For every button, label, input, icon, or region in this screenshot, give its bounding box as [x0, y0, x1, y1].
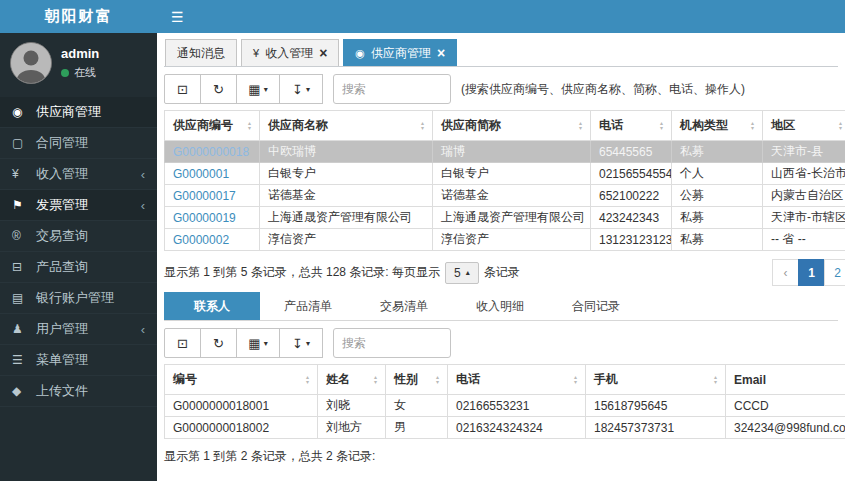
supplier-id-link[interactable]: G00000017 — [173, 189, 236, 203]
page-size-select[interactable]: 5 ▴ — [445, 262, 479, 284]
column-header-name[interactable]: 姓名▴▾ — [318, 365, 386, 395]
chevron-left-icon: ‹ — [141, 322, 145, 337]
column-header-org-type[interactable]: 机构类型▴▾ — [672, 111, 763, 141]
tab-transactions[interactable]: 交易清单 — [356, 292, 452, 320]
menu-toggle-button[interactable]: ☰ — [171, 9, 184, 25]
search-hint: (搜索供应商编号、供应商名称、简称、电话、操作人) — [461, 81, 745, 98]
cell: 中欧瑞博 — [260, 141, 433, 163]
sidebar-item-upload-file[interactable]: ◆ 上传文件 — [0, 376, 157, 407]
supplier-search-input[interactable] — [333, 74, 451, 104]
sidebar-item-product-query[interactable]: ⊟ 产品查询 — [0, 252, 157, 283]
close-icon[interactable]: × — [437, 47, 445, 59]
table-row[interactable]: G0000002 淳信资产 淳信资产 13123123123 私募 -- 省 -… — [165, 229, 845, 251]
columns-button[interactable]: ▦ ▾ — [236, 74, 280, 104]
page-button-1[interactable]: 1 — [798, 259, 825, 286]
user-status: 在线 — [61, 65, 99, 80]
supplier-id-link[interactable]: G0000002 — [173, 233, 229, 247]
cell: 女 — [386, 395, 448, 417]
column-header-supplier-short-name[interactable]: 供应商简称▴▾ — [433, 111, 591, 141]
top-navbar: ☰ — [157, 0, 845, 33]
sidebar-item-menu-mgmt[interactable]: ☰ 菜单管理 — [0, 345, 157, 376]
cell: 423242343 — [591, 207, 672, 229]
cell: 15618795645 — [586, 395, 726, 417]
user-status-label: 在线 — [74, 65, 96, 80]
tab-income-detail[interactable]: 收入明细 — [452, 292, 548, 320]
cell: G0000000018001 — [165, 395, 318, 417]
table-row[interactable]: G0000000018 中欧瑞博 瑞博 65445565 私募 天津市-县 ad… — [165, 141, 845, 163]
export-button[interactable]: ↧ ▾ — [279, 74, 323, 104]
export-button[interactable]: ↧ ▾ — [279, 328, 323, 358]
table-row[interactable]: G00000017 诺德基金 诺德基金 652100222 公募 内蒙古自治区 … — [165, 185, 845, 207]
summary-prefix: 显示第 1 到第 5 条记录，总共 128 条记录: 每页显示 — [164, 264, 440, 281]
sidebar-item-user-mgmt[interactable]: ♟ 用户管理 ‹ — [0, 314, 157, 345]
tab-notifications[interactable]: 通知消息 — [165, 39, 237, 66]
table-row[interactable]: G0000000018001 刘晓 女 02166553231 15618795… — [165, 395, 845, 417]
prev-page-button[interactable]: ‹ — [772, 259, 799, 286]
cell: CCCD — [726, 395, 845, 417]
app-logo[interactable]: 朝阳财富 — [0, 0, 157, 33]
cell: 白银专户 — [260, 163, 433, 185]
contact-search-input[interactable] — [333, 328, 451, 358]
chevron-down-icon: ▾ — [306, 339, 310, 348]
table-row[interactable]: G0000001 白银专户 白银专户 02156554554 个人 山西省-长治… — [165, 163, 845, 185]
close-icon[interactable]: × — [319, 47, 327, 59]
supplier-id-link[interactable]: G00000019 — [173, 211, 236, 225]
chevron-down-icon: ▾ — [306, 85, 310, 94]
sort-icon: ▴▾ — [248, 121, 251, 131]
column-header-mobile[interactable]: 手机▴▾ — [586, 365, 726, 395]
supplier-id-link[interactable]: G0000000018 — [173, 145, 249, 159]
sidebar-item-label: 用户管理 — [36, 320, 88, 338]
refresh-button[interactable]: ↻ — [200, 74, 237, 104]
sidebar: 朝阳财富 admin 在线 ◉ 供应商管理 — [0, 0, 157, 481]
toggle-view-button[interactable]: ⊡ — [164, 328, 201, 358]
contact-toolbar: ⊡ ↻ ▦ ▾ ↧ ▾ — [164, 328, 838, 358]
cell: 淳信资产 — [433, 229, 591, 251]
sidebar-item-income-mgmt[interactable]: ¥ 收入管理 ‹ — [0, 159, 157, 190]
tab-contacts[interactable]: 联系人 — [164, 292, 260, 320]
contact-header-row: 编号▴▾ 姓名▴▾ 性别▴▾ 电话▴▾ 手机▴▾ Email — [165, 365, 845, 395]
cell: 私募 — [672, 207, 763, 229]
cell: 13123123123 — [591, 229, 672, 251]
sidebar-item-contract-mgmt[interactable]: ▢ 合同管理 — [0, 128, 157, 159]
cell: 上海通晟资产管理有限公司 — [433, 207, 591, 229]
sidebar-item-transaction-query[interactable]: ® 交易查询 — [0, 221, 157, 252]
column-header-gender[interactable]: 性别▴▾ — [386, 365, 448, 395]
cell: 02166553231 — [448, 395, 586, 417]
sidebar-item-label: 上传文件 — [36, 382, 88, 400]
column-header-email[interactable]: Email — [726, 365, 845, 395]
refresh-button[interactable]: ↻ — [200, 328, 237, 358]
page-button-2[interactable]: 2 — [824, 259, 845, 286]
pagination: ‹ 1 2 — [773, 259, 845, 286]
tab-label: 收入管理 — [265, 45, 313, 62]
column-label: 性别 — [394, 371, 418, 388]
column-header-phone[interactable]: 电话▴▾ — [448, 365, 586, 395]
sidebar-item-invoice-mgmt[interactable]: ⚑ 发票管理 ‹ — [0, 190, 157, 221]
contact-records-summary: 显示第 1 到第 2 条记录，总共 2 条记录: — [164, 448, 838, 465]
column-header-region[interactable]: 地区▴▾ — [763, 111, 845, 141]
column-header-supplier-id[interactable]: 供应商编号▴▾ — [165, 111, 260, 141]
tab-label: 通知消息 — [177, 45, 225, 62]
tab-contract-records[interactable]: 合同记录 — [548, 292, 644, 320]
column-header-contact-id[interactable]: 编号▴▾ — [165, 365, 318, 395]
cell: 02156554554 — [591, 163, 672, 185]
detail-tabs: 联系人 产品清单 交易清单 收入明细 合同记录 — [164, 292, 838, 321]
tab-supplier-mgmt[interactable]: ◉ 供应商管理 × — [343, 39, 457, 66]
columns-button[interactable]: ▦ ▾ — [236, 328, 280, 358]
yen-icon: ¥ — [253, 47, 259, 59]
user-name: admin — [61, 46, 99, 62]
records-summary: 显示第 1 到第 5 条记录，总共 128 条记录: 每页显示 5 ▴ 条记录 — [164, 262, 520, 284]
sidebar-item-label: 菜单管理 — [36, 351, 88, 369]
sidebar-item-supplier-mgmt[interactable]: ◉ 供应商管理 — [0, 97, 157, 128]
sidebar-item-label: 发票管理 — [36, 196, 88, 214]
table-row[interactable]: G00000019 上海通晟资产管理有限公司 上海通晟资产管理有限公司 4232… — [165, 207, 845, 229]
column-header-phone[interactable]: 电话▴▾ — [591, 111, 672, 141]
column-header-supplier-name[interactable]: 供应商名称▴▾ — [260, 111, 433, 141]
toggle-view-button[interactable]: ⊡ — [164, 74, 201, 104]
sidebar-item-bank-account-mgmt[interactable]: ▤ 银行账户管理 — [0, 283, 157, 314]
tab-products[interactable]: 产品清单 — [260, 292, 356, 320]
chevron-down-icon: ▾ — [264, 85, 268, 94]
supplier-id-link[interactable]: G0000001 — [173, 167, 229, 181]
table-row[interactable]: G0000000018002 刘地方 男 0216324324324 18245… — [165, 417, 845, 439]
tab-income-mgmt[interactable]: ¥ 收入管理 × — [241, 39, 339, 66]
content-panel: 通知消息 ¥ 收入管理 × ◉ 供应商管理 × ⊡ — [157, 33, 845, 481]
